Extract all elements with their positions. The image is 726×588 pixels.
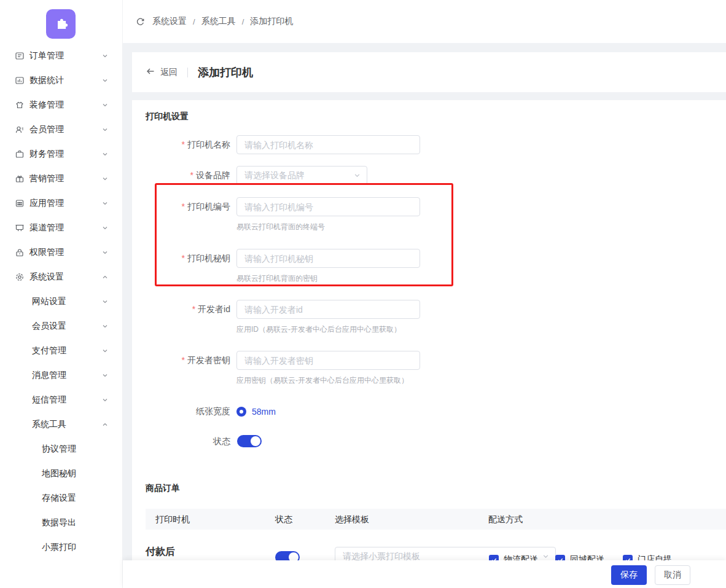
sidebar-item-label: 渠道管理 xyxy=(29,222,64,233)
sidebar-item-label: 财务管理 xyxy=(29,149,64,160)
chevron-down-icon xyxy=(102,348,108,354)
member-icon xyxy=(15,125,25,135)
printer-settings-title: 打印机设置 xyxy=(146,111,189,122)
vertical-divider xyxy=(187,68,188,77)
sidebar-item-data-export[interactable]: 数据导出 xyxy=(0,511,123,535)
printer-name-input[interactable] xyxy=(236,135,420,154)
status-toggle[interactable] xyxy=(237,435,262,447)
table-header-template: 选择模板 xyxy=(335,509,369,530)
refresh-icon[interactable] xyxy=(136,17,145,26)
chevron-down-icon xyxy=(102,372,108,378)
required-marker: * xyxy=(182,253,185,263)
sidebar-item-label: 地图秘钥 xyxy=(42,468,76,479)
radio-label: 58mm xyxy=(252,407,276,417)
sidebar-item-message-manage[interactable]: 消息管理 xyxy=(0,363,123,388)
sidebar-item-order-manage[interactable]: 订单管理 xyxy=(0,44,123,68)
developer-id-input[interactable] xyxy=(236,300,420,319)
toggle-knob xyxy=(251,436,260,446)
sidebar-item-member-settings[interactable]: 会员设置 xyxy=(0,314,123,339)
device-brand-label: *设备品牌 xyxy=(132,166,230,185)
sidebar-item-label: 会员管理 xyxy=(29,124,64,135)
required-marker: * xyxy=(182,139,185,149)
sidebar-item-channel-manage[interactable]: 渠道管理 xyxy=(0,216,123,240)
chevron-down-icon xyxy=(102,127,108,133)
chevron-down-icon xyxy=(102,77,108,84)
sidebar-item-member-manage[interactable]: 会员管理 xyxy=(0,117,123,142)
sidebar-item-receipt-print[interactable]: 小票打印 xyxy=(0,535,123,560)
sidebar-item-payment-manage[interactable]: 支付管理 xyxy=(0,339,123,363)
sidebar-item-protocol-manage[interactable]: 协议管理 xyxy=(0,437,123,461)
chevron-up-icon xyxy=(102,421,108,428)
stats-icon xyxy=(15,76,25,85)
sidebar-item-label: 支付管理 xyxy=(32,345,66,356)
developer-id-hint: 应用ID（易联云-开发者中心后台应用中心里获取） xyxy=(236,324,401,335)
puzzle-icon xyxy=(52,14,70,34)
developer-secret-label: *开发者密钥 xyxy=(132,351,230,370)
arrow-left-icon xyxy=(146,66,155,78)
developer-id-label: *开发者id xyxy=(132,300,230,319)
order-section-title: 商品订单 xyxy=(146,483,180,494)
gear-icon xyxy=(15,272,25,282)
breadcrumb-separator: / xyxy=(242,17,244,26)
sidebar-item-decorate-manage[interactable]: 装修管理 xyxy=(0,93,123,117)
sidebar-item-label: 装修管理 xyxy=(29,100,64,111)
app-root: 订单管理 数据统计 装修管理 会员管理 财务管理 xyxy=(0,0,726,588)
chevron-down-icon xyxy=(102,176,108,182)
chevron-down-icon xyxy=(102,397,108,403)
page-title: 添加打印机 xyxy=(198,65,253,80)
required-marker: * xyxy=(182,355,185,365)
save-button[interactable]: 保存 xyxy=(611,565,647,585)
sidebar-item-finance-manage[interactable]: 财务管理 xyxy=(0,142,123,167)
order-icon xyxy=(15,51,25,61)
sidebar-item-marketing-manage[interactable]: 营销管理 xyxy=(0,167,123,191)
developer-secret-input[interactable] xyxy=(236,351,420,370)
device-brand-select[interactable]: 请选择设备品牌 xyxy=(236,166,367,185)
required-marker: * xyxy=(192,304,195,314)
sidebar-item-label: 数据导出 xyxy=(42,517,76,528)
sidebar-item-permission-manage[interactable]: 权限管理 xyxy=(0,240,123,265)
sidebar-item-website-settings[interactable]: 网站设置 xyxy=(0,289,123,314)
decorate-icon xyxy=(15,100,25,110)
breadcrumb-item[interactable]: 添加打印机 xyxy=(250,16,293,27)
breadcrumb-item[interactable]: 系统设置 xyxy=(152,16,187,27)
printer-secret-input[interactable] xyxy=(236,249,420,268)
sidebar-item-data-stats[interactable]: 数据统计 xyxy=(0,68,123,93)
cancel-button[interactable]: 取消 xyxy=(655,565,690,585)
chevron-down-icon xyxy=(102,102,108,108)
sidebar-item-apps-manage[interactable]: 应用管理 xyxy=(0,191,123,216)
chevron-down-icon xyxy=(102,299,108,305)
breadcrumb-item[interactable]: 系统工具 xyxy=(201,16,236,27)
app-logo[interactable] xyxy=(46,9,76,39)
table-header-status: 状态 xyxy=(275,509,292,530)
sidebar-item-label: 消息管理 xyxy=(32,370,66,381)
status-label: 状态 xyxy=(132,432,230,451)
chevron-down-icon xyxy=(102,249,108,256)
radio-selected[interactable] xyxy=(236,407,246,417)
chevron-down-icon xyxy=(102,323,108,329)
sidebar-item-label: 存储设置 xyxy=(42,493,76,504)
sidebar-item-label: 系统设置 xyxy=(29,272,64,283)
sidebar-item-sms-manage[interactable]: 短信管理 xyxy=(0,388,123,412)
sidebar-item-system-settings[interactable]: 系统设置 xyxy=(0,265,123,289)
sidebar-item-map-secret[interactable]: 地图秘钥 xyxy=(0,461,123,486)
chevron-down-icon xyxy=(102,200,108,206)
footer-action-bar: 保存 取消 xyxy=(123,560,726,588)
chevron-down-icon xyxy=(354,171,361,181)
marketing-icon xyxy=(15,174,25,184)
printer-number-input[interactable] xyxy=(236,197,420,216)
table-header-timing: 打印时机 xyxy=(155,509,190,530)
sidebar-item-label: 应用管理 xyxy=(29,198,64,209)
printer-number-label: *打印机编号 xyxy=(132,197,230,216)
sidebar-menu: 订单管理 数据统计 装修管理 会员管理 财务管理 xyxy=(0,44,123,560)
sidebar-item-label: 权限管理 xyxy=(29,247,64,258)
required-marker: * xyxy=(182,202,185,211)
breadcrumb-separator: / xyxy=(193,17,195,26)
sidebar-item-label: 系统工具 xyxy=(32,419,66,430)
lock-icon xyxy=(15,248,25,257)
sidebar-item-label: 协议管理 xyxy=(42,444,76,455)
sidebar-item-label: 网站设置 xyxy=(32,296,66,307)
sidebar-item-system-tools[interactable]: 系统工具 xyxy=(0,412,123,437)
sidebar-item-label: 会员设置 xyxy=(32,321,66,332)
sidebar-item-storage-settings[interactable]: 存储设置 xyxy=(0,486,123,511)
back-button[interactable]: 返回 xyxy=(146,66,178,78)
